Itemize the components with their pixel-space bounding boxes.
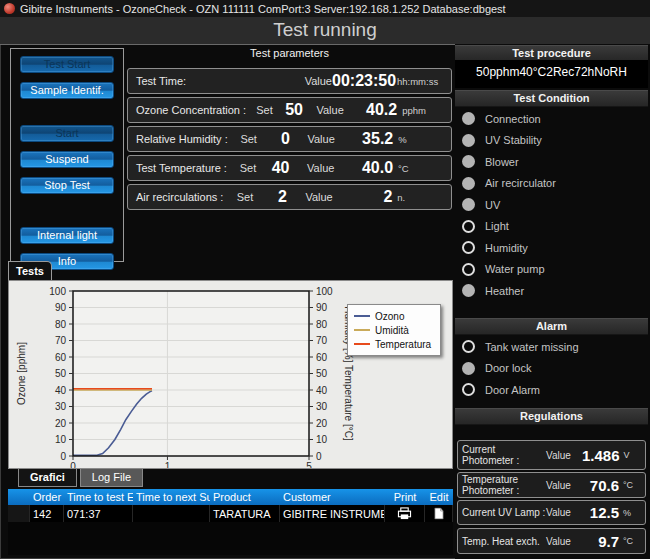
status-led (462, 263, 475, 276)
value-label: Value (286, 75, 332, 87)
status-led (462, 198, 475, 211)
test-start-button[interactable]: Test Start (20, 56, 114, 73)
value-label: Value (289, 162, 334, 174)
column-header-product[interactable]: Product (210, 489, 280, 505)
tab-grafici[interactable]: Grafici (18, 469, 77, 487)
svg-text:80: 80 (316, 319, 328, 330)
legend-item-ozono: Ozono (354, 309, 431, 323)
regulation-value: 70.6 (582, 477, 619, 494)
app-icon (4, 3, 15, 14)
column-header-edit[interactable]: Edit (425, 489, 453, 505)
svg-text:30: 30 (55, 401, 67, 412)
status-led (462, 284, 475, 297)
regulation-row-current-photometer: Current Photometer :Value1.486V (457, 440, 646, 470)
regulation-value: 12.5 (582, 504, 619, 521)
column-header-customer[interactable]: Customer (280, 489, 385, 505)
legend-label: Ozono (375, 311, 404, 322)
alarm-list: Tank water missingDoor lockDoor Alarm (462, 336, 650, 401)
status-led (462, 220, 475, 233)
regulation-label: Temp. Heat exch. (462, 536, 546, 547)
status-led (462, 241, 475, 254)
parameter-value: 35.2 (335, 130, 393, 148)
set-value: 2 (253, 188, 287, 206)
regulation-unit: % (619, 508, 641, 518)
status-led (462, 362, 475, 375)
svg-text:0: 0 (316, 451, 322, 462)
suspend-button[interactable]: Suspend (20, 151, 114, 168)
test-parameters-panel: Test parameters Test Time:Value00:23:50h… (127, 46, 452, 213)
print-button[interactable] (385, 505, 425, 522)
table-header-row: OrderTime to test EndTime to next Susp.P… (8, 489, 453, 505)
button-group-1: Test StartSample Identif. (11, 56, 123, 108)
chart-panel: 0010102020303040405050606070708080909010… (8, 280, 453, 469)
tab-tests[interactable]: Tests (8, 261, 52, 280)
svg-text:5: 5 (306, 461, 312, 468)
cell-time-to-test-end: 071:37 (64, 505, 133, 522)
parameter-label: Air recirculations : (136, 191, 223, 203)
value-label: Value (303, 104, 344, 116)
alarm-door-lock: Door lock (462, 358, 650, 380)
regulation-label: Current Photometer : (462, 444, 546, 466)
svg-text:20: 20 (55, 418, 67, 429)
condition-uv: UV (462, 194, 650, 216)
cell-product: TARATURA (210, 505, 280, 522)
svg-text:0: 0 (60, 451, 66, 462)
parameter-row-test-temperature: Test Temperature :Set40Value40.0°C (127, 155, 452, 181)
condition-humidity: Humidity (462, 237, 650, 259)
regulation-label: Temperature Photometer : (462, 474, 546, 496)
svg-text:90: 90 (55, 302, 67, 313)
test-condition-header: Test Condition (455, 90, 648, 107)
condition-heather: Heather (462, 280, 650, 302)
value-label: Value (287, 191, 333, 203)
test-procedure-value: 50pphm40°C2Rec72hNoRH (455, 60, 648, 88)
table-row[interactable]: 142071:37TARATURAGIBITRE INSTRUMENTS S..… (8, 505, 453, 522)
regulation-label: Current UV Lamp : (462, 507, 546, 518)
legend-item-umidit: Umidità (354, 323, 431, 337)
condition-blower: Blower (462, 151, 650, 173)
set-label: Set (227, 162, 256, 174)
tests-table: OrderTime to test EndTime to next Susp.P… (8, 489, 453, 555)
svg-text:100: 100 (316, 286, 333, 297)
ozonecheck-window: { "window": { "title": "Gibitre Instrume… (0, 0, 650, 559)
value-label: Value (290, 133, 335, 145)
parameter-label: Relative Humidity : (136, 133, 228, 145)
legend-item-temperatura: Temperatura (354, 337, 431, 351)
svg-text:10: 10 (55, 434, 67, 445)
condition-light: Light (462, 216, 650, 238)
stop-test-button[interactable]: Stop Test (20, 177, 114, 194)
column-header-time-to-next-susp[interactable]: Time to next Susp. (133, 489, 210, 505)
condition-label: Humidity (485, 242, 528, 254)
start-button[interactable]: Start (20, 125, 114, 142)
parameter-unit: hh:mm:ss (392, 76, 443, 87)
parameter-row-test-time: Test Time:Value00:23:50hh:mm:ss (127, 68, 452, 94)
window-title: Gibitre Instruments - OzoneCheck - OZN 1… (20, 3, 506, 15)
svg-text:20: 20 (316, 418, 328, 429)
chart-tab-strip: GraficiLog File (18, 469, 143, 487)
status-led (462, 155, 475, 168)
value-label: Value (546, 450, 582, 461)
title-bar: Gibitre Instruments - OzoneCheck - OZN 1… (0, 0, 650, 18)
column-header-order[interactable]: Order (30, 489, 64, 505)
svg-text:50: 50 (55, 368, 67, 379)
edit-button[interactable] (425, 505, 453, 522)
tab-log-file[interactable]: Log File (80, 469, 143, 487)
column-header-print[interactable]: Print (385, 489, 425, 505)
set-value: 50 (273, 101, 303, 119)
parameter-unit: n. (392, 192, 443, 203)
parameter-value: 40.2 (344, 101, 397, 119)
svg-text:50: 50 (316, 368, 328, 379)
condition-connection: Connection (462, 108, 650, 130)
column-header-time-to-test-end[interactable]: Time to test End (64, 489, 133, 505)
sample-identif-button[interactable]: Sample Identif. (20, 82, 114, 99)
internal-light-button[interactable]: Internal light (20, 227, 114, 244)
svg-text:60: 60 (55, 352, 67, 363)
condition-label: Water pump (485, 263, 545, 275)
parameter-label: Test Temperature : (136, 162, 227, 174)
parameter-unit: pphm (397, 105, 443, 116)
svg-text:40: 40 (55, 385, 67, 396)
set-value: 0 (257, 130, 290, 148)
svg-text:90: 90 (316, 302, 328, 313)
regulation-value: 9.7 (582, 533, 619, 550)
condition-uv-stability: UV Stability (462, 130, 650, 152)
legend-swatch (354, 343, 370, 345)
